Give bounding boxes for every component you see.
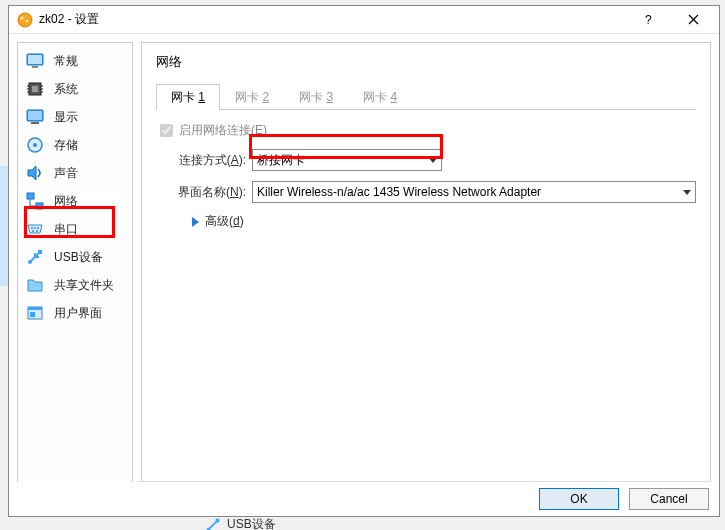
enable-network-label: 启用网络连接(E) xyxy=(179,122,267,139)
svg-rect-23 xyxy=(27,193,34,199)
svg-point-21 xyxy=(33,143,37,147)
advanced-toggle[interactable]: 高级(d) xyxy=(192,213,696,230)
sidebar-item-label: 共享文件夹 xyxy=(54,277,114,294)
svg-rect-24 xyxy=(36,203,43,209)
sidebar-item-label: 显示 xyxy=(54,109,78,126)
triangle-right-icon xyxy=(192,217,199,227)
speaker-icon xyxy=(26,164,44,182)
titlebar: zk02 - 设置 ? xyxy=(9,6,719,34)
svg-text:?: ? xyxy=(645,14,652,26)
sidebar-item-storage[interactable]: 存储 xyxy=(18,131,132,159)
svg-rect-7 xyxy=(28,55,42,64)
network-icon xyxy=(26,192,44,210)
settings-window: zk02 - 设置 ? 常规 系统 显示 存储 xyxy=(8,5,720,517)
page-title: 网络 xyxy=(156,53,696,71)
sidebar-item-label: 常规 xyxy=(54,53,78,70)
sidebar-item-audio[interactable]: 声音 xyxy=(18,159,132,187)
sidebar-item-label: 网络 xyxy=(54,193,78,210)
adapter-name-label: 界面名称(N): xyxy=(156,184,246,201)
background-fragment: USB设备 xyxy=(205,516,276,530)
enable-network-checkbox[interactable] xyxy=(160,124,173,137)
svg-rect-42 xyxy=(216,518,220,522)
window-title: zk02 - 设置 xyxy=(39,11,627,28)
sidebar-item-label: 串口 xyxy=(54,221,78,238)
attached-to-value: 桥接网卡 xyxy=(257,152,305,169)
sidebar-item-serial[interactable]: 串口 xyxy=(18,215,132,243)
close-button[interactable] xyxy=(671,6,715,34)
tab-adapter-3[interactable]: 网卡 3 xyxy=(284,84,348,110)
serial-icon xyxy=(26,220,44,238)
sidebar-item-network[interactable]: 网络 xyxy=(18,187,132,215)
sidebar-item-general[interactable]: 常规 xyxy=(18,47,132,75)
display-icon xyxy=(26,108,44,126)
chip-icon xyxy=(26,80,44,98)
folder-icon xyxy=(26,276,44,294)
cancel-button[interactable]: Cancel xyxy=(629,488,709,510)
svg-point-31 xyxy=(36,230,38,232)
sidebar-item-display[interactable]: 显示 xyxy=(18,103,132,131)
enable-network-row: 启用网络连接(E) xyxy=(160,122,696,139)
svg-rect-38 xyxy=(28,307,42,310)
tab-adapter-1[interactable]: 网卡 1 xyxy=(156,84,220,110)
adapter-name-select[interactable]: Killer Wireless-n/a/ac 1435 Wireless Net… xyxy=(252,181,696,203)
app-icon xyxy=(17,12,33,28)
svg-rect-8 xyxy=(32,66,38,68)
footer: OK Cancel xyxy=(9,482,719,516)
main-panel: 网络 网卡 1 网卡 2 网卡 3 网卡 4 启用网络连接(E) 连接方式(A)… xyxy=(141,42,711,504)
adapter-tabs: 网卡 1 网卡 2 网卡 3 网卡 4 xyxy=(156,83,696,110)
svg-rect-36 xyxy=(38,250,42,254)
svg-point-30 xyxy=(32,230,34,232)
sidebar-item-label: USB设备 xyxy=(54,249,103,266)
sidebar-item-usb[interactable]: USB设备 xyxy=(18,243,132,271)
monitor-icon xyxy=(26,52,44,70)
sidebar-item-label: 声音 xyxy=(54,165,78,182)
sidebar-item-label: 用户界面 xyxy=(54,305,102,322)
help-button[interactable]: ? xyxy=(627,6,671,34)
advanced-label: 高级(d) xyxy=(205,213,244,230)
window-icon xyxy=(26,304,44,322)
svg-rect-10 xyxy=(32,86,38,92)
ok-button[interactable]: OK xyxy=(539,488,619,510)
svg-rect-19 xyxy=(31,122,39,124)
tab-adapter-2[interactable]: 网卡 2 xyxy=(220,84,284,110)
sidebar-item-label: 系统 xyxy=(54,81,78,98)
sidebar-item-system[interactable]: 系统 xyxy=(18,75,132,103)
tab-adapter-4[interactable]: 网卡 4 xyxy=(348,84,412,110)
sidebar-item-ui[interactable]: 用户界面 xyxy=(18,299,132,327)
svg-point-28 xyxy=(34,227,36,229)
svg-marker-22 xyxy=(28,166,36,180)
usb-icon xyxy=(26,248,44,266)
caret-down-icon xyxy=(683,190,691,195)
adapter-name-value: Killer Wireless-n/a/ac 1435 Wireless Net… xyxy=(257,185,541,199)
sidebar: 常规 系统 显示 存储 声音 网络 xyxy=(17,42,133,504)
svg-point-29 xyxy=(37,227,39,229)
svg-point-0 xyxy=(18,13,32,27)
sidebar-item-label: 存储 xyxy=(54,137,78,154)
disk-icon xyxy=(26,136,44,154)
attached-to-select[interactable]: 桥接网卡 xyxy=(252,149,442,171)
sidebar-item-shared[interactable]: 共享文件夹 xyxy=(18,271,132,299)
attached-to-label: 连接方式(A): xyxy=(156,152,246,169)
svg-rect-39 xyxy=(30,312,35,317)
svg-point-2 xyxy=(26,19,28,21)
caret-down-icon xyxy=(429,158,437,163)
svg-point-27 xyxy=(31,227,33,229)
svg-point-1 xyxy=(21,16,24,19)
svg-rect-18 xyxy=(28,111,42,120)
